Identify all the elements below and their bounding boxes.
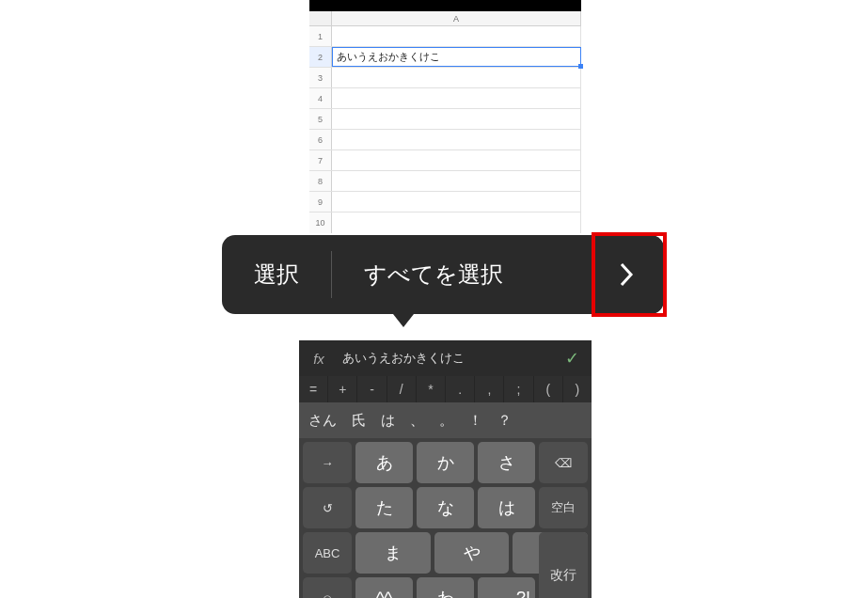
kana-key[interactable]: 、。?! (478, 577, 535, 598)
table-row: 8 (309, 171, 581, 192)
table-row: 6 (309, 130, 581, 150)
row-number[interactable]: 10 (309, 212, 332, 233)
symbol-key[interactable]: , (475, 376, 504, 402)
symbol-key[interactable]: * (417, 376, 446, 402)
symbol-key[interactable]: . (446, 376, 475, 402)
suggestion[interactable]: 氏 (352, 412, 366, 430)
enter-key[interactable]: 改行 (539, 532, 588, 598)
input-area: fx あいうえおかきくけこ ✓ =+-/*.,;() さん氏は、。！？ →あかさ… (299, 340, 592, 598)
select-button[interactable]: 選択 (222, 235, 331, 314)
symbol-key[interactable]: ; (504, 376, 533, 402)
kana-key[interactable]: ^^ (355, 577, 413, 598)
cell[interactable] (332, 171, 581, 191)
table-row: 5 (309, 109, 581, 130)
kana-keyboard: →あかさ⌫↺たなは空白ABCまやら☺^^わ、。?!改行 (299, 438, 592, 598)
cell[interactable] (332, 68, 581, 87)
arrow-key[interactable]: → (303, 442, 352, 483)
spreadsheet: A 12あいうえおかきくけこ345678910 (309, 0, 581, 233)
confirm-button[interactable]: ✓ (552, 348, 592, 369)
backspace-key[interactable]: ⌫ (539, 442, 588, 483)
column-header-row: A (309, 11, 581, 26)
suggestion[interactable]: ？ (497, 412, 512, 430)
suggestion[interactable]: 。 (439, 412, 453, 430)
kana-key[interactable]: わ (417, 577, 474, 598)
table-row: 9 (309, 192, 581, 212)
symbol-key[interactable]: = (299, 376, 328, 402)
kana-key[interactable]: か (417, 442, 474, 483)
fx-label: fx (299, 351, 339, 367)
column-header-a[interactable]: A (332, 11, 581, 25)
row-number[interactable]: 2 (309, 47, 332, 67)
table-row: 1 (309, 26, 581, 47)
cell[interactable] (332, 150, 581, 170)
symbol-key[interactable]: / (387, 376, 417, 402)
symbol-key[interactable]: + (328, 376, 357, 402)
kana-key[interactable]: な (417, 487, 474, 528)
row-number[interactable]: 4 (309, 88, 332, 108)
cell[interactable] (332, 130, 581, 150)
cell[interactable] (332, 88, 581, 108)
symbol-key[interactable]: - (357, 376, 387, 402)
suggestion[interactable]: 、 (410, 412, 424, 430)
formula-bar: fx あいうえおかきくけこ ✓ (299, 340, 592, 376)
formula-input[interactable]: あいうえおかきくけこ (339, 350, 552, 367)
kana-key[interactable]: あ (355, 442, 413, 483)
row-number[interactable]: 5 (309, 109, 332, 129)
suggestion-bar: さん氏は、。！？ (299, 402, 592, 438)
row-number[interactable]: 8 (309, 171, 332, 191)
kana-key[interactable]: や (434, 532, 510, 574)
suggestion[interactable]: は (381, 412, 395, 430)
kana-key[interactable]: た (355, 487, 413, 528)
row-number[interactable]: 9 (309, 192, 332, 212)
suggestion[interactable]: さん (308, 412, 337, 430)
cell[interactable] (332, 212, 581, 233)
table-row: 10 (309, 212, 581, 233)
table-row: 4 (309, 88, 581, 109)
kana-key[interactable]: さ (478, 442, 535, 483)
row-number[interactable]: 7 (309, 150, 332, 170)
cell[interactable]: あいうえおかきくけこ (332, 47, 581, 67)
space-key[interactable]: 空白 (539, 487, 588, 528)
suggestion[interactable]: ！ (468, 412, 482, 430)
cell[interactable] (332, 109, 581, 129)
table-row: 3 (309, 68, 581, 88)
cell[interactable] (332, 26, 581, 46)
mode-key[interactable]: ABC (303, 532, 352, 574)
cell[interactable] (332, 192, 581, 212)
kana-key[interactable]: ま (355, 532, 431, 574)
chevron-right-icon (617, 260, 636, 289)
context-menu: 選択 すべてを選択 (222, 235, 664, 314)
kana-key[interactable]: は (478, 487, 535, 528)
menu-pointer (393, 314, 414, 327)
row-number[interactable]: 1 (309, 26, 332, 46)
corner-cell[interactable] (309, 11, 332, 25)
status-bar (309, 0, 581, 11)
undo-key[interactable]: ↺ (303, 487, 352, 528)
table-row: 7 (309, 150, 581, 171)
table-row: 2あいうえおかきくけこ (309, 47, 581, 68)
more-button[interactable] (592, 238, 661, 311)
row-number[interactable]: 3 (309, 68, 332, 87)
row-number[interactable]: 6 (309, 130, 332, 150)
symbol-key[interactable]: ) (563, 376, 592, 402)
symbol-row: =+-/*.,;() (299, 376, 592, 402)
select-all-button[interactable]: すべてを選択 (332, 235, 535, 314)
emoji-key[interactable]: ☺ (303, 577, 352, 598)
symbol-key[interactable]: ( (534, 376, 563, 402)
